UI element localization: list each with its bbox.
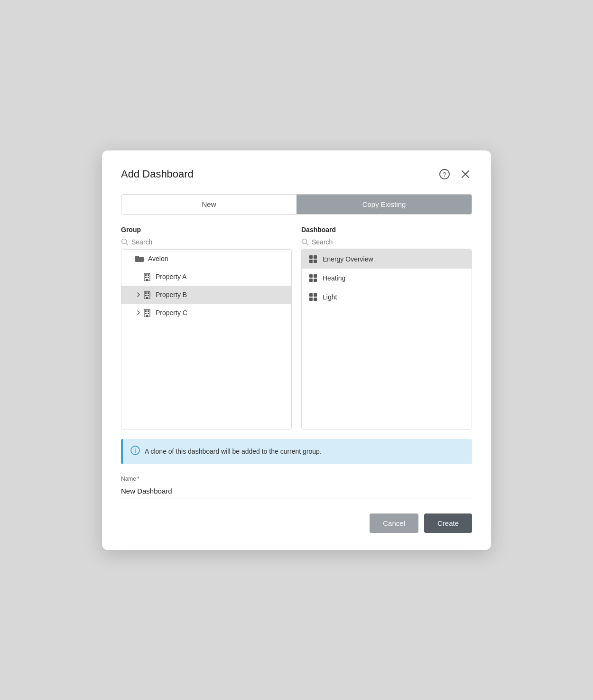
two-col-layout: Group [121, 226, 472, 429]
dashboard-item-light[interactable]: Light [302, 288, 472, 307]
heating-label: Heating [323, 274, 345, 282]
folder-icon [135, 254, 144, 263]
modal-backdrop: Add Dashboard ? New Copy Ex [0, 0, 593, 700]
property-a-label: Property A [156, 273, 186, 280]
building-icon-a [142, 272, 152, 281]
svg-rect-29 [314, 255, 317, 259]
svg-rect-38 [309, 298, 313, 301]
svg-rect-7 [135, 256, 139, 258]
building-icon-c [142, 308, 152, 317]
group-column: Group [121, 226, 292, 429]
dashboard-grid-icon-light [308, 292, 318, 302]
svg-rect-15 [145, 292, 147, 294]
svg-rect-36 [309, 293, 313, 297]
property-b-label: Property B [156, 291, 187, 299]
svg-rect-23 [145, 313, 147, 314]
tab-copy-existing[interactable]: Copy Existing [296, 195, 472, 214]
svg-line-27 [306, 243, 308, 245]
svg-rect-22 [148, 310, 149, 312]
group-label: Group [121, 226, 292, 233]
svg-rect-9 [145, 274, 147, 276]
dashboard-grid-icon-heating [308, 273, 318, 283]
info-banner: i A clone of this dashboard will be adde… [121, 439, 472, 464]
dashboard-item-heating[interactable]: Heating [302, 269, 472, 288]
modal-header: Add Dashboard ? [121, 168, 472, 181]
close-button[interactable] [459, 168, 472, 181]
cancel-button[interactable]: Cancel [370, 513, 418, 533]
dashboard-label: Dashboard [301, 226, 472, 233]
dashboard-search-row [301, 238, 472, 249]
name-input[interactable] [121, 485, 472, 498]
property-b-chevron [135, 291, 142, 299]
tab-bar: New Copy Existing [121, 194, 472, 215]
tab-new[interactable]: New [121, 195, 296, 214]
help-button[interactable]: ? [438, 168, 451, 181]
modal-title: Add Dashboard [121, 168, 194, 180]
svg-rect-31 [314, 260, 317, 263]
svg-rect-35 [314, 279, 317, 282]
svg-rect-21 [145, 310, 147, 312]
svg-rect-13 [146, 279, 148, 281]
add-dashboard-modal: Add Dashboard ? New Copy Ex [102, 150, 491, 550]
tree-item-avelon[interactable]: Avelon [121, 250, 291, 268]
svg-rect-25 [146, 315, 148, 317]
help-icon: ? [439, 169, 450, 179]
svg-rect-17 [145, 295, 147, 296]
energy-overview-label: Energy Overview [323, 255, 373, 263]
info-banner-text: A clone of this dashboard will be added … [145, 448, 322, 455]
tree-item-property-a[interactable]: Property A [121, 268, 291, 286]
svg-rect-16 [148, 292, 149, 294]
dashboard-search-icon [301, 238, 309, 246]
modal-footer: Cancel Create [121, 513, 472, 533]
svg-rect-37 [314, 293, 317, 297]
dashboard-column: Dashboard [301, 226, 472, 429]
group-search-icon [121, 238, 129, 246]
tree-item-property-b[interactable]: Property B [121, 286, 291, 304]
svg-rect-12 [148, 277, 149, 278]
create-button[interactable]: Create [424, 513, 472, 533]
svg-rect-39 [314, 298, 317, 301]
light-label: Light [323, 293, 337, 301]
close-icon [461, 169, 470, 179]
svg-rect-19 [146, 297, 148, 299]
name-field-label: Name* [121, 476, 472, 482]
group-search-row [121, 238, 292, 249]
svg-rect-10 [148, 274, 149, 276]
svg-rect-24 [148, 313, 149, 314]
dashboard-search-input[interactable] [312, 238, 472, 246]
modal-header-icons: ? [438, 168, 472, 181]
building-icon-b [142, 290, 152, 299]
svg-rect-34 [309, 279, 313, 282]
property-c-label: Property C [156, 309, 187, 317]
dashboard-grid-icon-energy [308, 254, 318, 264]
svg-line-5 [126, 243, 128, 245]
property-c-chevron [135, 309, 142, 317]
svg-rect-32 [309, 274, 313, 278]
svg-rect-11 [145, 277, 147, 278]
svg-rect-30 [309, 260, 313, 263]
dashboard-item-energy-overview[interactable]: Energy Overview [302, 250, 472, 269]
svg-rect-28 [309, 255, 313, 259]
svg-rect-33 [314, 274, 317, 278]
group-tree: Avelon [121, 249, 292, 429]
svg-text:i: i [134, 447, 136, 454]
tree-item-property-c[interactable]: Property C [121, 304, 291, 322]
svg-rect-18 [148, 295, 149, 296]
svg-text:?: ? [443, 170, 446, 177]
info-icon: i [130, 446, 140, 457]
dashboard-list: Energy Overview Heating [301, 249, 472, 429]
name-field-section: Name* [121, 476, 472, 498]
avelon-label: Avelon [148, 255, 168, 262]
group-search-input[interactable] [131, 238, 292, 246]
